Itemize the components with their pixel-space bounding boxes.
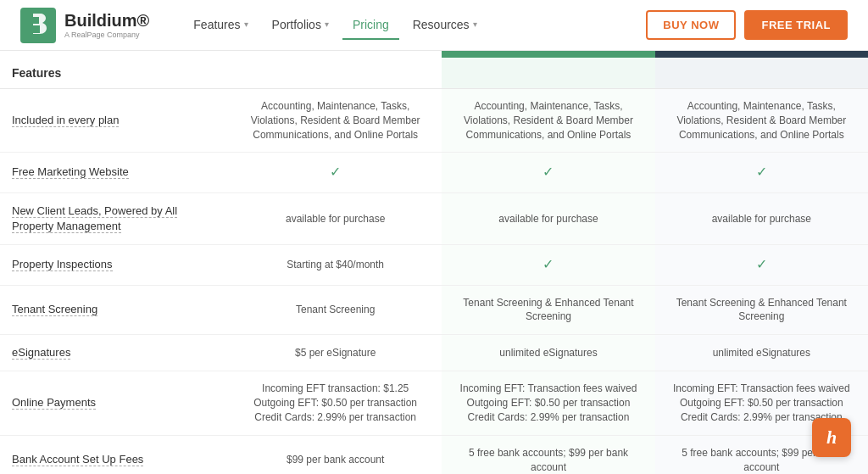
feature-label-cell: New Client Leads, Powered by All Propert… <box>0 192 229 244</box>
feature-value-cell: Tenant Screening <box>229 285 442 335</box>
logo-subtitle: A RealPage Company <box>64 31 149 39</box>
table-row: Free Marketing Website✓✓✓ <box>0 153 868 192</box>
helpscout-icon: h <box>826 427 837 449</box>
feature-value-cell: Accounting, Maintenance, Tasks, Violatio… <box>655 89 868 153</box>
chevron-down-icon: ▾ <box>473 20 477 29</box>
logo-wordmark: Buildium® <box>64 11 149 31</box>
table-row: Online PaymentsIncoming EFT transaction:… <box>0 371 868 435</box>
feature-value-cell: Accounting, Maintenance, Tasks, Violatio… <box>229 89 442 153</box>
table-row: Bank Account Set Up Fees$99 per bank acc… <box>0 435 868 474</box>
free-trial-button[interactable]: FreE TrIAL <box>744 10 848 40</box>
feature-value-cell: ✓ <box>655 245 868 285</box>
growth-section-header <box>442 58 654 89</box>
feature-value-cell: $5 per eSignature <box>229 335 442 371</box>
color-bar-growth <box>442 51 654 58</box>
table-row: New Client Leads, Powered by All Propert… <box>0 192 868 244</box>
feature-value-cell: 5 free bank accounts; $99 per bank accou… <box>442 435 654 474</box>
color-bar-row <box>0 51 868 58</box>
premium-section-header <box>655 58 868 89</box>
feature-value-cell: ✓ <box>229 153 442 192</box>
nav-pricing[interactable]: Pricing <box>342 11 399 40</box>
logo-area[interactable]: Buildium® A RealPage Company <box>20 8 149 43</box>
feature-label-cell: Bank Account Set Up Fees <box>0 435 229 474</box>
feature-value-cell: Tenant Screening & Enhanced Tenant Scree… <box>442 285 654 335</box>
section-header-row: Features <box>0 58 868 89</box>
site-header: Buildium® A RealPage Company Features ▾ … <box>0 0 868 51</box>
logo-icon <box>20 8 56 43</box>
feature-value-cell: $99 per bank account <box>229 435 442 474</box>
check-icon: ✓ <box>756 257 767 271</box>
feature-value-cell: ✓ <box>442 245 654 285</box>
table-row: Tenant ScreeningTenant ScreeningTenant S… <box>0 285 868 335</box>
feature-value-cell: ✓ <box>442 153 654 192</box>
color-bar-essential <box>229 51 442 58</box>
main-nav: Features ▾ Portfolios ▾ Pricing Resource… <box>183 11 646 40</box>
header-cta-buttons: BUY NOW FreE TrIAL <box>646 10 848 40</box>
pricing-wrapper: Features Included in every planAccountin… <box>0 51 868 474</box>
chevron-down-icon: ▾ <box>325 20 329 29</box>
nav-features[interactable]: Features ▾ <box>183 11 258 40</box>
feature-value-cell: available for purchase <box>655 192 868 244</box>
feature-label-cell: Online Payments <box>0 371 229 435</box>
feature-label-cell: Property Inspections <box>0 245 229 285</box>
logo-text: Buildium® A RealPage Company <box>64 11 149 39</box>
feature-value-cell: Incoming EFT transaction: $1.25 Outgoing… <box>229 371 442 435</box>
feature-label-cell: eSignatures <box>0 335 229 371</box>
chevron-down-icon: ▾ <box>244 20 248 29</box>
nav-portfolios[interactable]: Portfolios ▾ <box>262 11 339 40</box>
check-icon: ✓ <box>542 165 554 179</box>
svg-rect-0 <box>33 17 39 24</box>
table-row: eSignatures$5 per eSignatureunlimited eS… <box>0 335 868 371</box>
feature-value-cell: unlimited eSignatures <box>655 335 868 371</box>
feature-label-cell: Included in every plan <box>0 89 229 153</box>
check-icon: ✓ <box>542 257 554 271</box>
feature-label-cell: Tenant Screening <box>0 285 229 335</box>
nav-resources[interactable]: Resources ▾ <box>403 11 487 40</box>
table-row: Included in every planAccounting, Mainte… <box>0 89 868 153</box>
svg-rect-1 <box>33 25 40 33</box>
feature-value-cell: Tenant Screening & Enhanced Tenant Scree… <box>655 285 868 335</box>
table-row: Property InspectionsStarting at $40/mont… <box>0 245 868 285</box>
feature-value-cell: ✓ <box>655 153 868 192</box>
color-bar-premium <box>655 51 868 58</box>
helpscout-button[interactable]: h <box>812 418 851 457</box>
feature-value-cell: Incoming EFT: Transaction fees waived Ou… <box>442 371 654 435</box>
feature-value-cell: available for purchase <box>229 192 442 244</box>
feature-label-cell: Free Marketing Website <box>0 153 229 192</box>
color-bar-features <box>0 51 229 58</box>
feature-value-cell: available for purchase <box>442 192 654 244</box>
features-section-header: Features <box>0 58 229 89</box>
feature-value-cell: unlimited eSignatures <box>442 335 654 371</box>
check-icon: ✓ <box>330 165 341 179</box>
feature-value-cell: Accounting, Maintenance, Tasks, Violatio… <box>442 89 654 153</box>
buy-now-button[interactable]: BUY NOW <box>646 10 736 40</box>
feature-value-cell: Starting at $40/month <box>229 245 442 285</box>
essential-section-header <box>229 58 442 89</box>
check-icon: ✓ <box>756 165 767 179</box>
